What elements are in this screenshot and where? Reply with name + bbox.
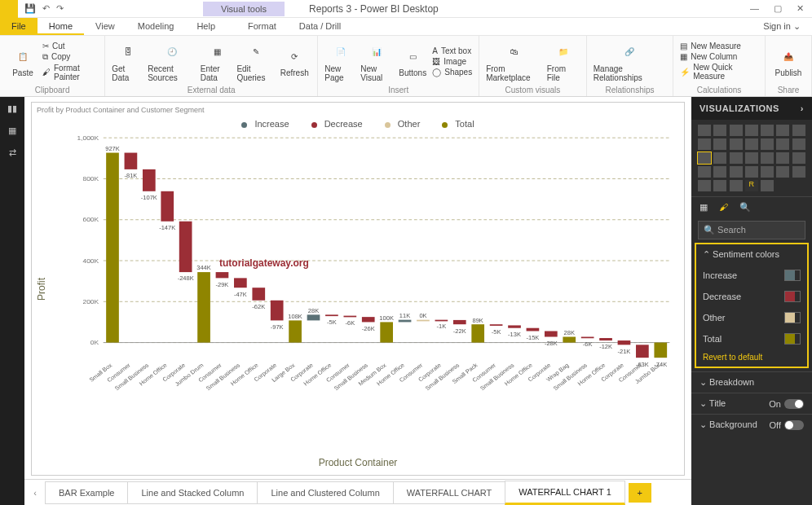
new-page-button[interactable]: 📄New Page	[324, 38, 357, 84]
format-painter-button[interactable]: 🖌 Format Painter	[42, 64, 98, 81]
viz-type[interactable]	[713, 138, 726, 150]
data-view-icon[interactable]: ▦	[8, 125, 16, 136]
new-measure-button[interactable]: ▤ New Measure	[680, 42, 758, 50]
waterfall-chart[interactable]: Profit by Product Container and Customer…	[31, 102, 685, 476]
svg-text:-6K: -6K	[345, 320, 355, 327]
viz-type[interactable]	[792, 152, 805, 164]
new-visual-button[interactable]: 📊New Visual	[360, 38, 393, 84]
from-file-button[interactable]: 📁From File	[547, 38, 580, 84]
save-icon[interactable]: 💾	[24, 3, 36, 14]
viz-type[interactable]	[776, 125, 789, 136]
svg-text:-28K: -28K	[545, 340, 558, 347]
viz-type[interactable]	[761, 138, 774, 150]
analytics-tab-icon[interactable]: 🔍	[739, 202, 751, 213]
viz-type[interactable]	[792, 138, 805, 150]
viz-type[interactable]	[698, 180, 711, 191]
recent-sources-button[interactable]: 🕘Recent Sources	[148, 38, 197, 84]
breakdown-section[interactable]: ⌄ Breakdown	[691, 371, 812, 393]
sheet-line-stacked[interactable]: Line and Stacked Column	[127, 481, 258, 504]
format-tab-icon[interactable]: 🖌	[719, 202, 728, 213]
viz-type-waterfall[interactable]	[698, 152, 711, 164]
viz-header[interactable]: VISUALIZATIONS›	[691, 97, 812, 120]
viz-type[interactable]	[698, 138, 711, 150]
edit-queries-button[interactable]: ✎Edit Queries	[236, 38, 275, 84]
tab-view[interactable]: View	[84, 18, 126, 35]
viz-type[interactable]	[792, 166, 805, 178]
tab-help[interactable]: Help	[185, 18, 227, 35]
image-button[interactable]: 🖼 Image	[432, 57, 472, 66]
tab-modeling[interactable]: Modeling	[126, 18, 186, 35]
total-color[interactable]	[784, 333, 801, 345]
background-toggle[interactable]	[784, 420, 804, 430]
viz-type[interactable]	[713, 166, 726, 178]
viz-type[interactable]	[776, 166, 789, 178]
title-section[interactable]: ⌄ TitleOn	[691, 393, 812, 414]
sheet-bar-example[interactable]: BAR Example	[45, 481, 128, 504]
viz-type[interactable]	[761, 166, 774, 178]
publish-button[interactable]: 📤Publish	[772, 38, 805, 84]
buttons-button[interactable]: ▭Buttons	[396, 38, 429, 84]
sentiment-header[interactable]: ⌃ Sentiment colors	[696, 244, 807, 265]
get-data-button[interactable]: 🗄Get Data	[112, 38, 144, 84]
tab-datadrill[interactable]: Data / Drill	[288, 18, 352, 35]
viz-type[interactable]	[730, 180, 743, 191]
viz-type[interactable]	[698, 166, 711, 178]
tab-file[interactable]: File	[0, 18, 38, 35]
textbox-button[interactable]: A Text box	[432, 46, 472, 55]
sheet-waterfall[interactable]: WATERFALL CHART	[393, 481, 506, 504]
viz-type[interactable]	[730, 166, 743, 178]
viz-type[interactable]	[776, 152, 789, 164]
refresh-button[interactable]: ⟳Refresh	[278, 38, 311, 84]
add-sheet-button[interactable]: +	[629, 483, 651, 503]
increase-color[interactable]	[784, 270, 801, 281]
from-marketplace-button[interactable]: 🛍From Marketplace	[486, 38, 544, 84]
redo-icon[interactable]: ↷	[56, 3, 64, 14]
enter-data-button[interactable]: ▦Enter Data	[201, 38, 234, 84]
paste-button[interactable]: 📋Paste	[7, 38, 39, 84]
viz-type[interactable]	[745, 125, 758, 136]
viz-type[interactable]	[745, 152, 758, 164]
viz-type[interactable]	[745, 138, 758, 150]
viz-type[interactable]	[713, 125, 726, 136]
decrease-color[interactable]	[784, 291, 801, 302]
shapes-button[interactable]: ◯ Shapes	[432, 68, 472, 77]
tab-format[interactable]: Format	[236, 18, 288, 35]
cut-button[interactable]: ✂ Cut	[42, 42, 98, 50]
copy-button[interactable]: ⧉ Copy	[42, 52, 98, 62]
chevron-right-icon[interactable]: ›	[801, 103, 804, 113]
sheet-prev[interactable]: ‹	[24, 488, 46, 498]
background-section[interactable]: ⌄ BackgroundOff	[691, 414, 812, 435]
viz-type[interactable]	[792, 125, 805, 136]
report-view-icon[interactable]: ▮▮	[7, 103, 17, 114]
close-icon[interactable]: ✕	[797, 3, 804, 14]
viz-type[interactable]	[698, 125, 711, 136]
sheet-line-clustered[interactable]: Line and Clustered Column	[257, 481, 393, 504]
tab-home[interactable]: Home	[38, 18, 84, 35]
svg-text:-47K: -47K	[234, 291, 247, 298]
model-view-icon[interactable]: ⇄	[9, 147, 16, 158]
viz-type[interactable]	[730, 138, 743, 150]
search-input[interactable]: 🔍 Search	[698, 221, 805, 239]
fields-tab-icon[interactable]: ▦	[699, 202, 708, 213]
viz-type[interactable]	[713, 180, 726, 191]
viz-type[interactable]	[730, 125, 743, 136]
sign-in[interactable]: Sign in ⌄	[752, 18, 812, 35]
viz-type[interactable]	[713, 152, 726, 164]
viz-type[interactable]	[776, 138, 789, 150]
new-column-button[interactable]: ▦ New Column	[680, 52, 758, 61]
other-color[interactable]	[784, 312, 801, 323]
title-toggle[interactable]	[784, 399, 804, 409]
viz-type[interactable]	[761, 125, 774, 136]
viz-type[interactable]	[730, 152, 743, 164]
sheet-waterfall-1[interactable]: WATERFALL CHART 1	[505, 481, 625, 505]
manage-relationships-button[interactable]: 🔗Manage Relationships	[594, 38, 666, 84]
viz-type-r[interactable]: R	[745, 180, 758, 191]
maximize-icon[interactable]: ▢	[774, 3, 782, 14]
minimize-icon[interactable]: —	[750, 3, 759, 14]
new-quick-measure-button[interactable]: ⚡ New Quick Measure	[680, 63, 758, 81]
viz-type[interactable]	[761, 152, 774, 164]
undo-icon[interactable]: ↶	[42, 3, 50, 14]
revert-default[interactable]: Revert to default	[696, 349, 807, 367]
viz-type[interactable]	[761, 180, 774, 191]
viz-type[interactable]	[745, 166, 758, 178]
